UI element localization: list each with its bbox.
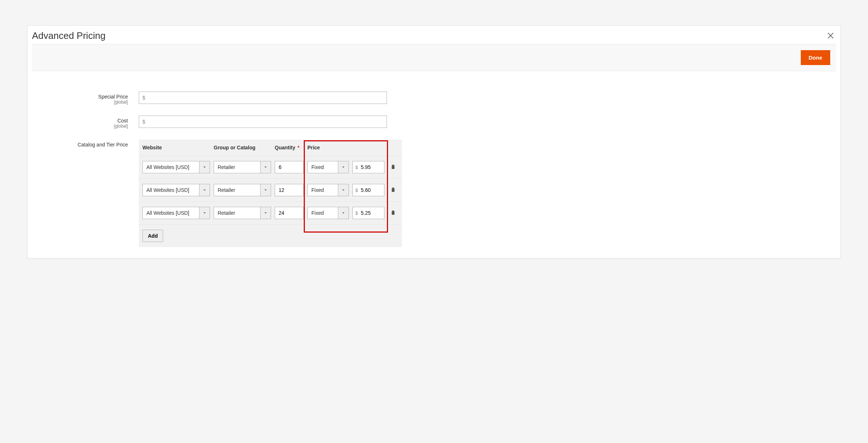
tier-table-header: Website Group or Catalog Quantity * Pric… — [139, 140, 402, 156]
chevron-down-icon — [338, 161, 349, 173]
group-select[interactable]: Retailer — [214, 207, 271, 219]
group-select-value: Retailer — [214, 207, 260, 219]
cost-label: Cost — [32, 118, 128, 124]
special-price-input-wrap: $ — [139, 92, 387, 104]
close-button[interactable] — [824, 29, 837, 42]
tier-price-field-col: Website Group or Catalog Quantity * Pric… — [139, 140, 402, 247]
action-bar: Done — [32, 44, 836, 71]
price-input[interactable] — [352, 207, 384, 219]
tier-price-label: Catalog and Tier Price — [32, 142, 128, 148]
quantity-input[interactable] — [275, 161, 304, 173]
quantity-input[interactable] — [275, 184, 304, 196]
chevron-down-icon — [199, 184, 210, 196]
group-select[interactable]: Retailer — [214, 161, 271, 173]
trash-icon — [390, 189, 396, 194]
modal-title: Advanced Pricing — [32, 30, 105, 41]
delete-row-button[interactable] — [390, 209, 396, 217]
cost-row: Cost [global] $ — [32, 116, 836, 129]
price-type-value: Fixed — [307, 184, 338, 196]
chevron-down-icon — [260, 161, 271, 173]
delete-row-button[interactable] — [390, 164, 396, 171]
special-price-label: Special Price — [32, 94, 128, 100]
price-type-value: Fixed — [307, 207, 338, 219]
group-select-value: Retailer — [214, 184, 260, 196]
price-input[interactable] — [352, 161, 384, 173]
header-price: Price — [307, 145, 388, 150]
header-quantity: Quantity * — [275, 145, 307, 150]
special-price-field-col: $ — [139, 92, 387, 105]
add-row-button[interactable]: Add — [142, 230, 163, 242]
delete-row-button[interactable] — [390, 186, 396, 194]
price-type-value: Fixed — [307, 161, 338, 173]
tier-row: All Websites [USD] Retailer — [139, 178, 402, 201]
modal-header: Advanced Pricing — [28, 26, 840, 44]
price-type-select[interactable]: Fixed — [307, 184, 349, 196]
website-select-value: All Websites [USD] — [142, 184, 199, 196]
website-select-value: All Websites [USD] — [142, 161, 199, 173]
cost-input-wrap: $ — [139, 116, 387, 128]
cost-scope: [global] — [32, 124, 128, 129]
website-select-value: All Websites [USD] — [142, 207, 199, 219]
quantity-input[interactable] — [275, 207, 304, 219]
tier-price-label-col: Catalog and Tier Price — [32, 140, 139, 247]
special-price-row: Special Price [global] $ — [32, 92, 836, 105]
tier-price-row: Catalog and Tier Price Website Group or … — [32, 140, 836, 247]
chevron-down-icon — [199, 207, 210, 219]
tier-row: All Websites [USD] Retailer — [139, 201, 402, 224]
tier-row: All Websites [USD] Retailer — [139, 156, 402, 178]
special-price-scope: [global] — [32, 100, 128, 105]
cost-input[interactable] — [139, 116, 387, 128]
price-type-select[interactable]: Fixed — [307, 161, 349, 173]
trash-icon — [390, 166, 396, 171]
header-group: Group or Catalog — [214, 145, 275, 150]
header-quantity-text: Quantity — [275, 145, 295, 150]
chevron-down-icon — [338, 207, 349, 219]
chevron-down-icon — [260, 207, 271, 219]
chevron-down-icon — [199, 161, 210, 173]
advanced-pricing-modal: Advanced Pricing Done Special Price [glo… — [27, 25, 841, 258]
group-select-value: Retailer — [214, 161, 260, 173]
required-marker: * — [298, 145, 299, 150]
done-button[interactable]: Done — [801, 50, 831, 65]
price-type-select[interactable]: Fixed — [307, 207, 349, 219]
cost-field-col: $ — [139, 116, 387, 129]
tier-price-table: Website Group or Catalog Quantity * Pric… — [139, 140, 402, 247]
tier-table-footer: Add — [139, 224, 402, 247]
website-select[interactable]: All Websites [USD] — [142, 207, 210, 219]
special-price-input[interactable] — [139, 92, 387, 104]
chevron-down-icon — [338, 184, 349, 196]
cost-label-col: Cost [global] — [32, 116, 139, 129]
special-price-label-col: Special Price [global] — [32, 92, 139, 105]
close-icon — [827, 35, 835, 41]
group-select[interactable]: Retailer — [214, 184, 271, 196]
header-website: Website — [142, 145, 214, 150]
website-select[interactable]: All Websites [USD] — [142, 184, 210, 196]
form-body: Special Price [global] $ Cost [global] $ — [28, 71, 840, 247]
website-select[interactable]: All Websites [USD] — [142, 161, 210, 173]
price-input[interactable] — [352, 184, 384, 196]
trash-icon — [390, 212, 396, 217]
chevron-down-icon — [260, 184, 271, 196]
